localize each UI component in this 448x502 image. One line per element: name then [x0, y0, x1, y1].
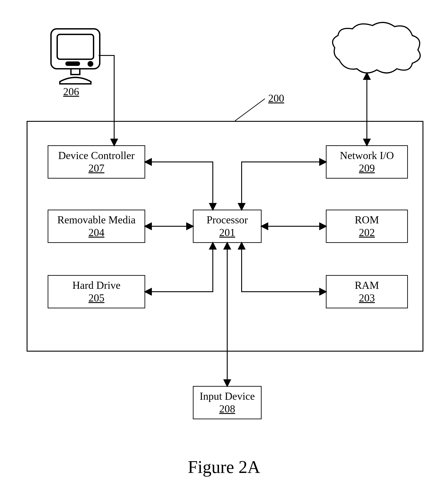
svg-point-3 [88, 62, 93, 66]
diagram-canvas: 200 206 Network 210 Device Controller 20… [0, 0, 448, 502]
svg-rect-1 [57, 34, 94, 59]
figure-caption: Figure 2A [0, 457, 448, 477]
box-input-device: Input Device 208 [193, 386, 262, 419]
svg-rect-0 [51, 29, 100, 69]
box-label: Device Controller [58, 150, 135, 162]
box-label: Network I/O [340, 150, 394, 162]
box-ref: 202 [359, 227, 375, 238]
box-ref: 201 [219, 227, 235, 238]
box-ref: 205 [88, 292, 104, 304]
box-device-controller: Device Controller 207 [48, 145, 145, 179]
box-processor: Processor 201 [193, 210, 262, 243]
box-ref: 207 [88, 162, 104, 174]
svg-line-5 [235, 99, 265, 121]
box-label: ROM [355, 214, 379, 226]
box-ref: 208 [219, 403, 235, 415]
box-label: Removable Media [57, 214, 135, 226]
cloud-label: Network [345, 41, 402, 53]
box-label: Input Device [199, 390, 255, 402]
system-ref: 200 [268, 92, 284, 104]
box-rom: ROM 202 [326, 210, 408, 243]
svg-rect-2 [66, 62, 79, 65]
monitor-icon [51, 29, 100, 84]
cloud-label-block: Network 210 [345, 41, 402, 66]
monitor-ref: 206 [63, 85, 79, 98]
box-ref: 204 [88, 227, 104, 238]
box-hard-drive: Hard Drive 205 [48, 275, 145, 308]
box-ram: RAM 203 [326, 275, 408, 308]
svg-rect-4 [71, 69, 80, 75]
box-label: Hard Drive [72, 280, 120, 291]
box-ref: 203 [359, 292, 375, 304]
box-label: RAM [355, 280, 379, 291]
box-label: Processor [207, 214, 248, 226]
box-network-io: Network I/O 209 [326, 145, 408, 179]
box-removable-media: Removable Media 204 [48, 210, 145, 243]
box-ref: 209 [359, 162, 375, 174]
cloud-ref: 210 [345, 53, 402, 66]
